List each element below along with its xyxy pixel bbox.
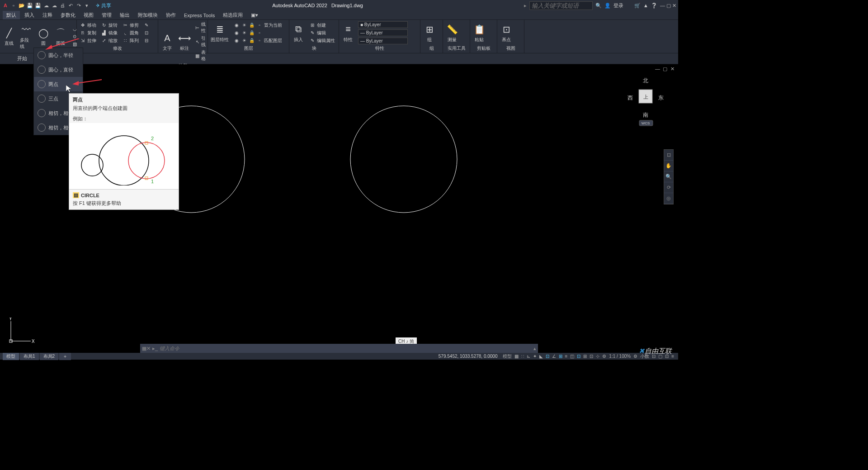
fillet-button[interactable]: ◟圆角 xyxy=(121,29,140,37)
filetab-start[interactable]: 开始 xyxy=(9,54,35,63)
nav-zoom-icon[interactable]: 🔍 xyxy=(664,171,673,182)
app-logo-icon[interactable]: A xyxy=(2,2,9,9)
layer-row-3[interactable]: ◉☀🔒▫匹配图层 xyxy=(232,37,283,44)
tab-featured[interactable]: 精选应用 xyxy=(219,11,246,19)
trim-button[interactable]: ✂修剪 xyxy=(121,22,140,29)
search-input[interactable] xyxy=(529,1,593,10)
tab-addins[interactable]: 附加模块 xyxy=(134,11,161,19)
search-arrow-icon[interactable]: ▸ xyxy=(524,3,527,9)
save-web-icon[interactable]: ☁ xyxy=(51,2,58,9)
status-sel-icon[interactable]: ⊡ xyxy=(588,354,594,359)
nav-wheel-icon[interactable]: ◎ xyxy=(664,193,673,204)
status-model[interactable]: 模型 xyxy=(501,353,513,360)
nav-full-icon[interactable]: ⊡ xyxy=(664,150,673,161)
status-lineweight-icon[interactable]: ≡ xyxy=(564,354,569,359)
minimize-icon[interactable]: — xyxy=(660,3,665,8)
saveas-icon[interactable]: 💾 xyxy=(34,2,42,9)
tab-output[interactable]: 输出 xyxy=(116,11,133,19)
nav-orbit-icon[interactable]: ⟳ xyxy=(664,182,673,193)
modify-misc-2[interactable]: ⊡ xyxy=(142,29,151,37)
leader-button[interactable]: ↖引线 xyxy=(194,35,208,48)
status-cycle-icon[interactable]: ⊡ xyxy=(576,354,582,359)
color-combo[interactable]: ■ ByLayer xyxy=(358,21,408,28)
share-button[interactable]: ✈ 共享 xyxy=(96,2,111,9)
stretch-button[interactable]: ⇲拉伸 xyxy=(79,37,97,44)
status-dyn-icon[interactable]: ⊞ xyxy=(582,354,588,359)
view-cube[interactable]: 北 西 东 南 上 WCS xyxy=(627,77,665,122)
status-polar-icon[interactable]: ✦ xyxy=(532,354,538,359)
cmd-close-icon[interactable]: ▦✕ xyxy=(142,346,151,351)
status-snap-icon[interactable]: ∷ xyxy=(520,354,525,359)
panel-block-label[interactable]: 块 xyxy=(291,45,337,52)
panel-util-label[interactable]: 实用工具 xyxy=(445,45,468,52)
measure-button[interactable]: 📏测量 xyxy=(445,22,459,44)
block-create-button[interactable]: ⊞创建 xyxy=(308,22,336,29)
scale-button[interactable]: ⤢缩放 xyxy=(100,37,118,44)
viewport-close-icon[interactable]: ✕ xyxy=(670,66,675,72)
layout-1[interactable]: 布局1 xyxy=(20,353,39,360)
close-icon[interactable]: ✕ xyxy=(672,3,676,8)
tab-express[interactable]: Express Tools xyxy=(180,12,218,19)
panel-modify-label[interactable]: 修改 xyxy=(79,45,156,52)
status-3dosnap-icon[interactable]: ∠ xyxy=(551,354,557,359)
line-button[interactable]: ╱直线 xyxy=(2,26,16,47)
polyline-button[interactable]: 〰多段线 xyxy=(19,23,33,51)
table-button[interactable]: ▦表格 xyxy=(194,49,208,62)
viewport-minimize-icon[interactable]: — xyxy=(655,66,660,71)
status-ortho-icon[interactable]: ⊾ xyxy=(525,354,532,359)
status-transparency-icon[interactable]: ◫ xyxy=(569,354,576,359)
move-button[interactable]: ✥移动 xyxy=(79,22,97,29)
cmd-expand-icon[interactable]: ▴ xyxy=(533,346,536,351)
linetype-combo[interactable]: — ByLayer xyxy=(358,38,408,44)
tab-view[interactable]: 视图 xyxy=(80,11,97,19)
tab-parametric[interactable]: 参数化 xyxy=(57,11,79,19)
tab-annotate[interactable]: 注释 xyxy=(39,11,56,19)
login-label[interactable]: 登录 xyxy=(613,2,623,9)
status-iso-icon[interactable]: ◣ xyxy=(538,354,544,359)
qat-dropdown-icon[interactable]: ▾ xyxy=(83,2,90,9)
redo-icon[interactable]: ↷ xyxy=(75,2,82,9)
panel-view-label[interactable]: 视图 xyxy=(499,45,522,52)
block-attr-button[interactable]: ✎编辑属性 xyxy=(308,37,336,44)
modify-misc-1[interactable]: ✎ xyxy=(142,22,151,29)
status-otrack-icon[interactable]: ⊞ xyxy=(557,354,564,359)
panel-clip-label[interactable]: 剪贴板 xyxy=(472,45,495,52)
block-edit-button[interactable]: ✎编辑 xyxy=(308,29,336,37)
user-icon[interactable]: 👤 xyxy=(604,3,611,9)
panel-props-label[interactable]: 特性 xyxy=(341,45,418,52)
panel-group-label[interactable]: 组 xyxy=(422,45,441,52)
dim-button[interactable]: ⟷标注 xyxy=(177,31,192,52)
new-icon[interactable]: ▫ xyxy=(10,2,17,9)
group-button[interactable]: ⊞组 xyxy=(422,22,437,44)
search-icon[interactable]: 🔍 xyxy=(595,3,602,9)
tab-default[interactable]: 默认 xyxy=(3,11,20,19)
panel-layer-label[interactable]: 图层 xyxy=(210,45,287,52)
status-annoscale-icon[interactable]: ⚙ xyxy=(601,354,608,359)
status-gizmo-icon[interactable]: ⊹ xyxy=(594,354,601,359)
status-grid-icon[interactable]: ▦ xyxy=(513,354,520,359)
lineweight-combo[interactable]: — ByLayer xyxy=(358,29,408,36)
maximize-icon[interactable]: ▢ xyxy=(666,3,671,8)
status-units-icon[interactable]: ⚙ xyxy=(632,354,639,359)
undo-icon[interactable]: ↶ xyxy=(67,2,74,9)
save-icon[interactable]: 💾 xyxy=(26,2,33,9)
tab-manage[interactable]: 管理 xyxy=(98,11,115,19)
mirror-button[interactable]: ▟镜像 xyxy=(100,29,118,37)
layout-model[interactable]: 模型 xyxy=(3,353,19,360)
layer-row-2[interactable]: ◉☀🔒▫ xyxy=(232,29,283,37)
help-icon[interactable]: ❔ xyxy=(651,3,657,9)
tab-insert[interactable]: 插入 xyxy=(21,11,38,19)
paste-button[interactable]: 📋粘贴 xyxy=(472,22,486,44)
tab-expand-icon[interactable]: ▣▾ xyxy=(247,11,262,19)
command-input[interactable] xyxy=(160,346,532,351)
cart-icon[interactable]: 🛒 xyxy=(634,3,641,9)
circle-center-diameter[interactable]: 圆心，直径 xyxy=(34,62,83,77)
command-line[interactable]: ▦✕ ▸_ ▴ xyxy=(140,344,538,353)
autodesk-icon[interactable]: ▲ xyxy=(643,3,648,8)
plot-icon[interactable]: 🖨 xyxy=(59,2,66,9)
nav-pan-icon[interactable]: ✋ xyxy=(664,161,673,171)
open-icon[interactable]: 📂 xyxy=(18,2,25,9)
props-button[interactable]: ≡特性 xyxy=(341,22,355,44)
layer-props-button[interactable]: ≣图层特性 xyxy=(210,22,230,44)
status-osnap-icon[interactable]: ⊡ xyxy=(544,354,551,359)
